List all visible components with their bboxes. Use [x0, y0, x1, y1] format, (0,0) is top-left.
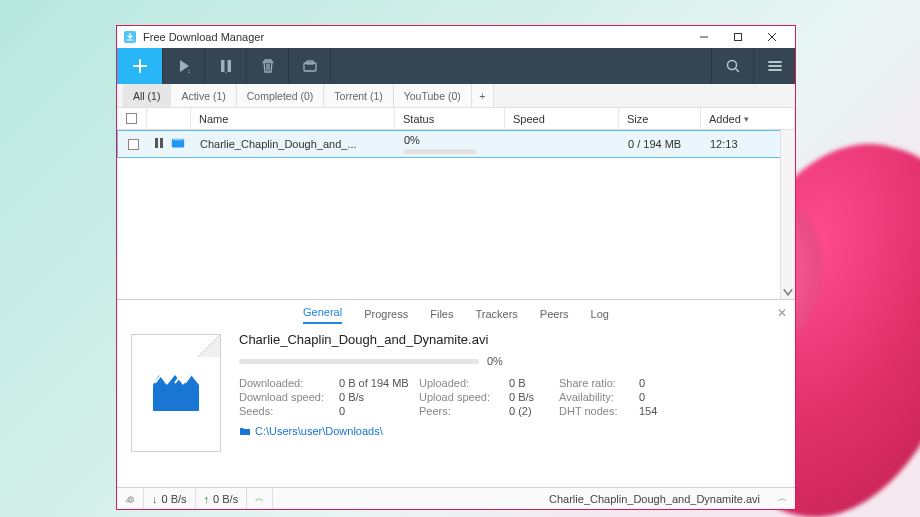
details-panel: General Progress Files Trackers Peers Lo…	[117, 299, 795, 487]
select-all-checkbox[interactable]	[126, 113, 137, 124]
upload-speed-indicator: ↑ 0 B/s	[196, 488, 248, 509]
downloads-list: Charlie_Chaplin_Dough_and_... 0% 0 / 194…	[117, 130, 795, 299]
scroll-down-icon[interactable]	[781, 284, 795, 299]
filter-active[interactable]: Active (1)	[171, 84, 236, 107]
svg-rect-11	[153, 385, 199, 411]
status-bar: ↓ 0 B/s ↑ 0 B/s ︿ Charlie_Chaplin_Dough_…	[117, 487, 795, 509]
filter-all[interactable]: All (1)	[123, 84, 171, 107]
main-toolbar	[117, 48, 795, 84]
tab-trackers[interactable]: Trackers	[475, 308, 517, 324]
expand-chart-button[interactable]: ︿	[247, 488, 273, 509]
video-file-icon	[171, 136, 188, 152]
svg-point-13	[129, 498, 132, 501]
tab-log[interactable]: Log	[591, 308, 609, 324]
filter-torrent[interactable]: Torrent (1)	[324, 84, 393, 107]
dlspeed-value: 0 B/s	[339, 391, 419, 403]
app-window: Free Download Manager All (1)	[116, 25, 796, 510]
statusbar-filename: Charlie_Chaplin_Dough_and_Dynamite.avi	[539, 493, 770, 505]
filter-completed[interactable]: Completed (0)	[237, 84, 325, 107]
row-size: 0 / 194 MB	[620, 131, 702, 157]
details-percent: 0%	[487, 355, 503, 367]
pause-button[interactable]	[205, 48, 247, 84]
filter-add[interactable]: +	[472, 84, 494, 107]
column-status-header[interactable]: Status	[395, 108, 505, 129]
app-title: Free Download Manager	[143, 31, 264, 43]
avail-value: 0	[639, 391, 679, 403]
filter-bar: All (1) Active (1) Completed (0) Torrent…	[117, 84, 795, 108]
close-details-button[interactable]: ✕	[777, 306, 787, 320]
seeds-label: Seeds:	[239, 405, 339, 417]
row-speed	[506, 131, 620, 157]
pause-icon	[152, 136, 166, 152]
uploaded-label: Uploaded:	[419, 377, 509, 389]
avail-label: Availability:	[559, 391, 639, 403]
delete-button[interactable]	[247, 48, 289, 84]
chevron-up-icon: ︿	[255, 492, 264, 505]
filter-youtube[interactable]: YouTube (0)	[394, 84, 472, 107]
file-type-icon	[131, 334, 221, 452]
tab-general[interactable]: General	[303, 306, 342, 324]
add-download-button[interactable]	[117, 48, 163, 84]
snail-icon	[125, 494, 135, 504]
svg-point-12	[128, 496, 134, 502]
column-name-header[interactable]: Name	[191, 108, 395, 129]
details-tabs: General Progress Files Trackers Peers Lo…	[117, 300, 795, 324]
dlspeed-label: Download speed:	[239, 391, 339, 403]
arrow-down-icon: ↓	[152, 493, 158, 505]
details-title: Charlie_Chaplin_Dough_and_Dynamite.avi	[239, 332, 781, 347]
download-speed-indicator: ↓ 0 B/s	[144, 488, 196, 509]
title-bar[interactable]: Free Download Manager	[117, 26, 795, 48]
sort-indicator-icon: ▾	[744, 114, 749, 124]
ulspeed-value: 0 B/s	[509, 391, 559, 403]
row-name: Charlie_Chaplin_Dough_and_...	[192, 131, 396, 157]
uploaded-value: 0 B	[509, 377, 559, 389]
svg-rect-2	[735, 34, 742, 41]
downloaded-label: Downloaded:	[239, 377, 339, 389]
tab-peers[interactable]: Peers	[540, 308, 569, 324]
row-progress-bar	[404, 149, 476, 154]
app-icon	[123, 30, 137, 44]
peers-label: Peers:	[419, 405, 509, 417]
column-speed-header[interactable]: Speed	[505, 108, 619, 129]
speed-limit-button[interactable]	[117, 488, 144, 509]
downloaded-value: 0 B of 194 MB	[339, 377, 419, 389]
start-button[interactable]	[163, 48, 205, 84]
arrow-up-icon: ↑	[204, 493, 210, 505]
tab-progress[interactable]: Progress	[364, 308, 408, 324]
statusbar-expand-button[interactable]: ︿	[770, 488, 795, 509]
svg-rect-9	[160, 138, 163, 148]
svg-rect-8	[155, 138, 158, 148]
search-button[interactable]	[711, 48, 753, 84]
ulspeed-label: Upload speed:	[419, 391, 509, 403]
menu-button[interactable]	[753, 48, 795, 84]
vertical-scrollbar[interactable]	[780, 130, 795, 299]
ratio-label: Share ratio:	[559, 377, 639, 389]
svg-rect-4	[227, 60, 231, 72]
maximize-button[interactable]	[721, 27, 755, 47]
table-header: Name Status Speed Size Added▾	[117, 108, 795, 130]
download-path-link[interactable]: C:\Users\user\Downloads\	[239, 425, 781, 437]
tab-files[interactable]: Files	[430, 308, 453, 324]
close-button[interactable]	[755, 27, 789, 47]
dht-value: 154	[639, 405, 679, 417]
row-status: 0%	[404, 134, 420, 146]
folder-icon	[239, 425, 251, 437]
details-progress-bar	[239, 359, 479, 364]
column-added-header[interactable]: Added▾	[701, 108, 795, 129]
move-button[interactable]	[289, 48, 331, 84]
row-checkbox[interactable]	[128, 139, 139, 150]
minimize-button[interactable]	[687, 27, 721, 47]
ratio-value: 0	[639, 377, 679, 389]
dht-label: DHT nodes:	[559, 405, 639, 417]
seeds-value: 0	[339, 405, 419, 417]
chevron-up-icon: ︿	[778, 492, 787, 505]
column-size-header[interactable]: Size	[619, 108, 701, 129]
svg-rect-3	[221, 60, 225, 72]
peers-value: 0 (2)	[509, 405, 559, 417]
download-row[interactable]: Charlie_Chaplin_Dough_and_... 0% 0 / 194…	[117, 130, 795, 158]
